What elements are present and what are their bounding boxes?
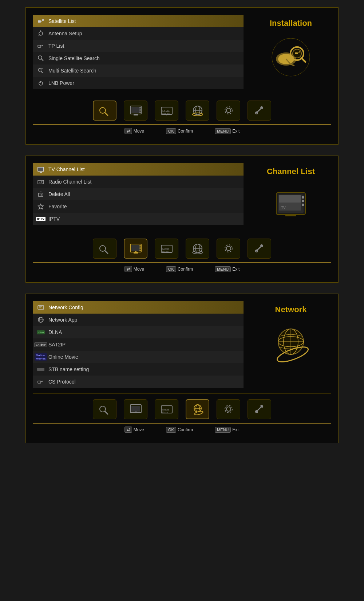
- favorite-icon: [37, 203, 45, 211]
- multi-search-icon: [37, 67, 45, 75]
- antenna-icon: [37, 30, 45, 38]
- exit-label: Exit: [232, 129, 240, 134]
- nav-icon-installation-2[interactable]: [93, 239, 116, 259]
- nav-icon-network-2[interactable]: [186, 239, 209, 259]
- delete-icon: [37, 190, 45, 198]
- nav-icon-network[interactable]: [186, 101, 209, 121]
- channel-list-nav-icons: Media Player: [33, 233, 331, 260]
- menu-label: STB name setting: [48, 366, 89, 372]
- nav-icon-channel-2[interactable]: [124, 239, 147, 259]
- menu-label: Network App: [48, 317, 77, 323]
- nav-icon-media[interactable]: Media Player: [155, 101, 178, 121]
- stb-icon: [37, 365, 45, 373]
- exit-key-icon-3: MENU: [215, 427, 231, 433]
- menu-label: TP List: [48, 43, 64, 49]
- svg-rect-96: [38, 381, 41, 383]
- menu-label: SAT2IP: [48, 342, 66, 347]
- menu-item-online-movie[interactable]: Online Movies Online Movie: [33, 351, 244, 363]
- menu-label: Favorite: [48, 204, 67, 209]
- move-label-2: Move: [134, 267, 144, 272]
- menu-item-network-app[interactable]: Network App: [33, 314, 244, 326]
- menu-label: LNB Power: [48, 80, 74, 86]
- confirm-label: Confirm: [178, 129, 193, 134]
- svg-rect-51: [38, 180, 44, 184]
- nav-icon-tools-3[interactable]: [248, 399, 271, 419]
- menu-label: IPTV: [48, 216, 60, 222]
- channel-list-menu: TV Channel List Radio Channel List: [33, 163, 244, 227]
- nav-icon-tools[interactable]: [248, 101, 271, 121]
- dlna-icon: dlna: [37, 328, 45, 336]
- svg-line-12: [41, 71, 43, 73]
- svg-line-9: [41, 59, 43, 61]
- menu-item-favorite[interactable]: Favorite: [33, 200, 244, 213]
- cs-icon: [37, 378, 45, 386]
- svg-point-33: [139, 107, 141, 109]
- installation-bottom-bar: ⇄ Move OK Confirm MENU Exit: [33, 124, 331, 137]
- menu-item-stb-name[interactable]: STB name setting: [33, 363, 244, 376]
- radio-icon: [37, 178, 45, 186]
- svg-line-7: [41, 45, 43, 46]
- exit-control-3: MENU Exit: [215, 427, 240, 433]
- exit-label-3: Exit: [232, 427, 240, 432]
- nav-icon-settings-2[interactable]: [217, 239, 240, 259]
- nav-icon-channel-3[interactable]: [124, 399, 147, 419]
- svg-line-70: [105, 251, 108, 254]
- menu-item-dlna[interactable]: dlna DLNA: [33, 326, 244, 338]
- network-info: Network: [251, 301, 331, 388]
- svg-line-97: [41, 381, 43, 382]
- menu-item-multi-satellite-search[interactable]: Multi Satellite Search: [33, 64, 244, 77]
- search-icon: [37, 54, 45, 62]
- svg-rect-67: [285, 215, 296, 216]
- nav-icon-installation-3[interactable]: [93, 399, 116, 419]
- channel-list-graphic: TV: [269, 184, 313, 227]
- nav-icon-media-2[interactable]: Media Player: [155, 239, 178, 259]
- nav-icon-settings[interactable]: [217, 101, 240, 121]
- nav-icon-installation[interactable]: [93, 101, 116, 121]
- confirm-key-icon-2: OK: [166, 266, 176, 272]
- menu-label: Network Config: [48, 305, 83, 310]
- nav-icon-network-3[interactable]: [186, 399, 209, 419]
- menu-item-radio-channel-list[interactable]: Radio Channel List: [33, 176, 244, 188]
- menu-label: Delete All: [48, 191, 70, 197]
- menu-label: Multi Satellite Search: [48, 68, 96, 74]
- iptv-icon: IPTV: [37, 215, 45, 223]
- move-label: Move: [134, 129, 144, 134]
- exit-key-icon-2: MENU: [215, 266, 231, 272]
- menu-item-iptv[interactable]: IPTV IPTV: [33, 213, 244, 225]
- menu-label: DLNA: [48, 329, 62, 335]
- menu-item-delete-all[interactable]: Delete All: [33, 188, 244, 200]
- menu-item-satellite-list[interactable]: Satellite List: [33, 15, 244, 27]
- installation-title: Installation: [270, 19, 312, 28]
- network-title: Network: [275, 305, 307, 314]
- nav-icon-media-3[interactable]: Media Player: [155, 399, 178, 419]
- tp-icon: [37, 42, 45, 50]
- svg-rect-73: [134, 252, 138, 254]
- svg-text:TV: TV: [281, 206, 286, 210]
- nav-icon-tools-2[interactable]: [248, 239, 271, 259]
- svg-rect-50: [40, 172, 42, 173]
- svg-point-35: [139, 111, 141, 113]
- installation-graphic: [269, 35, 313, 79]
- svg-rect-24: [295, 52, 298, 54]
- menu-item-single-satellite-search[interactable]: Single Satellite Search: [33, 52, 244, 64]
- menu-item-antenna-setup[interactable]: Antenna Setup: [33, 27, 244, 40]
- menu-item-network-config[interactable]: Network Config: [33, 301, 244, 314]
- svg-rect-90: [38, 306, 44, 309]
- confirm-key-icon-3: OK: [166, 427, 176, 433]
- menu-item-lnb-power[interactable]: LNB Power: [33, 77, 244, 89]
- menu-item-tv-channel-list[interactable]: TV Channel List: [33, 163, 244, 176]
- online-icon: Online Movies: [37, 353, 45, 361]
- nav-icon-settings-3[interactable]: [217, 399, 240, 419]
- move-control-2: ⇄ Move: [124, 266, 144, 272]
- svg-rect-31: [131, 107, 140, 113]
- menu-item-sat2ip[interactable]: SAT▶IP SAT2IP: [33, 338, 244, 351]
- network-menu: Network Config Network App dlna DLN: [33, 301, 244, 388]
- svg-text:Player: Player: [162, 251, 169, 253]
- menu-item-cs-protocol[interactable]: CS Protocol: [33, 376, 244, 388]
- netconfig-icon: [37, 303, 45, 311]
- svg-rect-64: [302, 196, 304, 199]
- confirm-key-icon: OK: [166, 128, 176, 134]
- channel-list-panel: TV Channel List Radio Channel List: [25, 156, 339, 283]
- menu-item-tp-list[interactable]: TP List: [33, 40, 244, 52]
- nav-icon-channel[interactable]: [124, 101, 147, 121]
